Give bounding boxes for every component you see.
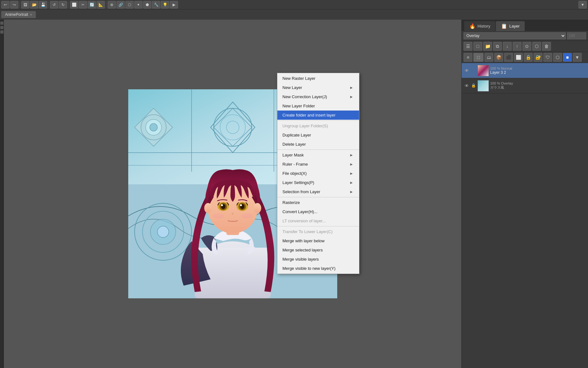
tab-close-button[interactable]: ×: [30, 13, 32, 16]
snap-button[interactable]: 🔗: [117, 1, 125, 9]
lock-button[interactable]: 🔒: [524, 53, 533, 62]
menu-item-merge-visible-new[interactable]: Merge visible to new layer(Y): [277, 264, 359, 273]
mask-button[interactable]: ⊙: [522, 42, 531, 51]
selection-button[interactable]: ⬜: [70, 1, 78, 9]
menu-item-duplicate-layer[interactable]: Duplicate Layer: [277, 130, 359, 140]
menu-item-convert-layer[interactable]: Convert Layer(H)...: [277, 207, 359, 216]
menu-item-new-layer-folder[interactable]: New Layer Folder: [277, 101, 359, 111]
rotate-left-button[interactable]: ↺: [50, 1, 58, 9]
menu-label-ungroup-layer-folder: Ungroup Layer Folder(S): [282, 124, 328, 128]
menu-item-new-correction-layer[interactable]: New Correction Layer(J)▶: [277, 92, 359, 101]
redo-button[interactable]: ↪: [10, 1, 18, 9]
group-button[interactable]: 📦: [494, 53, 503, 62]
vector-button[interactable]: 🗂: [484, 53, 493, 62]
menu-label-layer-mask: Layer Mask: [282, 153, 304, 157]
copy-layer-button[interactable]: ⧉: [493, 42, 502, 51]
menu-item-merge-with-below[interactable]: Merge with layer below: [277, 236, 359, 245]
layer-item-0[interactable]: 👁 100 % Normal Layer 3 2: [462, 63, 588, 78]
play-button[interactable]: ▶: [170, 1, 178, 9]
menu-arrow-layer-mask: ▶: [350, 153, 353, 157]
sidebar-btn-3[interactable]: [0, 30, 3, 34]
rotate-right-button[interactable]: ↻: [59, 1, 67, 9]
color-arrow-button[interactable]: ▼: [573, 53, 582, 62]
blend-mode-bar: Overlay Normal Multiply Screen: [462, 31, 588, 41]
adjust-button[interactable]: ⬜: [514, 53, 523, 62]
svg-point-37: [204, 203, 212, 213]
zoom-button[interactable]: ⊕: [108, 1, 116, 9]
menu-label-merge-visible-new: Merge visible to new layer(Y): [282, 266, 336, 271]
filter-button[interactable]: ⬡: [532, 42, 541, 51]
layer-thumbnail-1: [477, 80, 489, 92]
layer-lock-1[interactable]: 🔒: [471, 83, 476, 88]
layer-visibility-1[interactable]: 👁: [464, 83, 470, 89]
menu-item-merge-visible[interactable]: Merge visible layers: [277, 255, 359, 264]
upload-layer-button[interactable]: ↑: [513, 42, 522, 51]
light-button[interactable]: 💡: [161, 1, 169, 9]
new-folder-button[interactable]: 📁: [483, 42, 492, 51]
menu-item-ungroup-layer-folder: Ungroup Layer Folder(S): [277, 121, 359, 130]
history-icon: 🔥: [469, 23, 476, 29]
menu-item-lt-conversion: LT conversion of layer...: [277, 216, 359, 225]
transform-button[interactable]: 🔄: [88, 1, 96, 9]
tab-anime-portrait[interactable]: AnimePortrait ×: [1, 11, 36, 18]
special1-button[interactable]: ✦: [134, 1, 142, 9]
menu-separator-7: [277, 149, 359, 150]
menu-item-new-layer[interactable]: New Layer▶: [277, 83, 359, 92]
menu-item-merge-selected[interactable]: Merge selected layers: [277, 245, 359, 255]
lock-ref-button[interactable]: 🔐: [534, 53, 542, 62]
menu-label-new-layer: New Layer: [282, 85, 302, 90]
menu-item-layer-mask[interactable]: Layer Mask▶: [277, 150, 359, 160]
layer-item-1[interactable]: 👁 🔒 100 % Overlay ガラス風: [462, 78, 588, 93]
new-file-button[interactable]: 🖼: [21, 1, 29, 9]
grid-button[interactable]: ⬡: [125, 1, 134, 9]
layer-visibility-0[interactable]: 👁: [464, 67, 470, 74]
menu-item-transfer-to-lower: Transfer To Lower Layer(C): [277, 227, 359, 236]
menu-label-duplicate-layer: Duplicate Layer: [282, 133, 311, 137]
layer-toolbar-top: ☰ □ 📁 ⧉ ↓ ↑ ⊙ ⬡ 🗑: [462, 41, 588, 52]
menu-item-create-folder-insert[interactable]: Create folder and insert layer: [277, 111, 359, 120]
special2-button[interactable]: ⬟: [143, 1, 151, 9]
menu-label-layer-settings: Layer Settings(P): [282, 180, 314, 185]
main-toolbar: ↩ ↪ 🖼 📂 💾 ↺ ↻ ⬜ ✂ 🔄 📐 ⊕ 🔗 ⬡ ✦ ⬟ 🔧 💡 ▶ ▼: [0, 0, 588, 10]
lasso-button[interactable]: ✂: [79, 1, 87, 9]
open-file-button[interactable]: 📂: [30, 1, 38, 9]
sidebar-btn-1[interactable]: [0, 22, 3, 25]
layer-mode-toggle[interactable]: ≡: [464, 53, 472, 62]
menu-arrow-layer-settings: ▶: [350, 181, 353, 184]
fill-button[interactable]: ⬛: [504, 53, 513, 62]
layer-info-1: 100 % Overlay ガラス風: [490, 81, 586, 90]
layer-lock-0: [471, 68, 476, 73]
tab-history-label: History: [477, 24, 490, 29]
sidebar-btn-2[interactable]: [0, 26, 3, 29]
menu-item-file-object[interactable]: File object(X)▶: [277, 169, 359, 178]
menu-label-convert-layer: Convert Layer(H)...: [282, 209, 318, 214]
menu-item-rasterize[interactable]: Rasterize: [277, 198, 359, 207]
ruler-button[interactable]: 📐: [97, 1, 105, 9]
toolbar-sep-2: [48, 2, 49, 8]
color-btn[interactable]: ■: [563, 53, 572, 62]
tab-bar: AnimePortrait ×: [0, 10, 588, 20]
tab-layer[interactable]: 📋 Layer: [496, 21, 525, 31]
menu-item-new-raster-layer[interactable]: New Raster Layer: [277, 74, 359, 83]
new-layer-button[interactable]: □: [473, 42, 482, 51]
settings-button[interactable]: 🔧: [152, 1, 160, 9]
menu-item-layer-settings[interactable]: Layer Settings(P)▶: [277, 178, 359, 187]
download-layer-button[interactable]: ↓: [503, 42, 512, 51]
blend-clip-button[interactable]: ⬡: [553, 53, 562, 62]
menu-item-selection-from-layer[interactable]: Selection from Layer▶: [277, 187, 359, 196]
layer-view-button[interactable]: ☰: [464, 42, 472, 51]
save-button[interactable]: 💾: [39, 1, 47, 9]
layer-name-0: Layer 3 2: [490, 70, 586, 75]
delete-layer-button[interactable]: 🗑: [542, 42, 551, 51]
opacity-input[interactable]: [567, 32, 586, 39]
menu-item-ruler-frame[interactable]: Ruler - Frame▶: [277, 160, 359, 169]
menu-item-delete-layer[interactable]: Delete Layer: [277, 140, 359, 149]
blend-mode-select[interactable]: Overlay Normal Multiply Screen: [464, 32, 566, 39]
undo-button[interactable]: ↩: [1, 1, 9, 9]
panel-toggle-button[interactable]: ▼: [579, 1, 587, 9]
menu-separator-12: [277, 197, 359, 197]
menu-label-delete-layer: Delete Layer: [282, 142, 306, 147]
lock-all-button[interactable]: 🛡: [543, 53, 552, 62]
tab-history[interactable]: 🔥 History: [464, 21, 495, 31]
new-raster-button[interactable]: □: [473, 53, 484, 62]
